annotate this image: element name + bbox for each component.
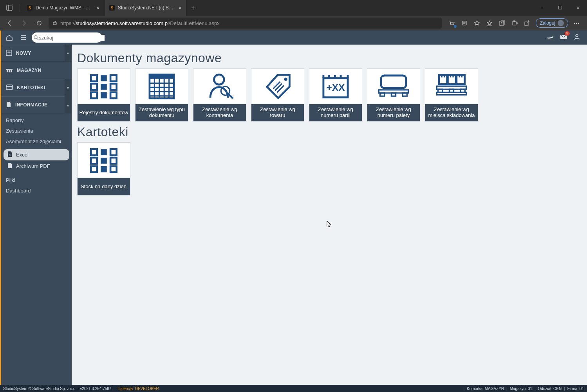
svg-rect-65 xyxy=(403,93,407,96)
svg-rect-10 xyxy=(514,20,515,22)
svg-rect-11 xyxy=(516,23,517,24)
search-box[interactable] xyxy=(32,32,102,43)
address-bar[interactable]: https://studiosystemdemo.softwarestudio.… xyxy=(49,18,442,29)
new-tab-button[interactable]: ＋ xyxy=(187,0,199,16)
mouse-cursor-icon xyxy=(327,221,332,228)
svg-rect-67 xyxy=(448,75,456,84)
tile-stock-na-dany-dzien[interactable]: Stock na dany dzień xyxy=(77,142,130,196)
status-komorka: Komórka: MAGAZYN xyxy=(467,387,504,391)
tile-kontrahent[interactable]: Zestawienie wg kontrahenta xyxy=(193,68,246,122)
tile-towar[interactable]: Zestawienie wg towaru xyxy=(251,68,304,122)
svg-text:+XX: +XX xyxy=(326,82,345,93)
sidebar-label: KARTOTEKI xyxy=(17,85,45,90)
shopping-icon[interactable] xyxy=(448,19,456,27)
home-button[interactable] xyxy=(4,32,15,43)
sidebar-section-kartoteki[interactable]: KARTOTEKI ▾ xyxy=(1,79,72,96)
sidebar-item-pliki[interactable]: Pliki xyxy=(1,175,72,185)
sidebar-item-dashboard[interactable]: Dashboard xyxy=(1,185,72,196)
search-input[interactable] xyxy=(39,35,105,41)
sidebar-file-pdf[interactable]: Archiwum PDF xyxy=(4,160,69,172)
sidebar-item-zestawienia[interactable]: Zestawienia xyxy=(1,126,72,136)
svg-rect-31 xyxy=(91,84,97,90)
plane-icon[interactable] xyxy=(546,33,554,42)
svg-line-51 xyxy=(273,82,280,89)
svg-rect-34 xyxy=(91,92,97,98)
batch-number-icon: +XX xyxy=(309,69,362,104)
user-icon[interactable] xyxy=(573,33,581,42)
svg-rect-30 xyxy=(110,75,117,81)
sidebar-label: INFORMACJE xyxy=(15,102,47,108)
svg-rect-23 xyxy=(11,70,12,72)
browser-tab-1[interactable]: S StudioSystem.NET (c) SoftwareSt × xyxy=(105,0,187,16)
grid-icon xyxy=(78,143,130,178)
tile-label: Zestawienie wg typu dokumentu xyxy=(135,104,188,121)
back-button[interactable] xyxy=(4,18,15,29)
tab-close-icon[interactable]: × xyxy=(179,5,182,11)
browser-tab-strip: S Demo Magazyn WMS - Demo o × S StudioSy… xyxy=(0,0,587,16)
svg-rect-32 xyxy=(101,84,107,90)
browser-tab-0[interactable]: S Demo Magazyn WMS - Demo o × xyxy=(22,0,105,16)
favorite-star-icon[interactable] xyxy=(473,19,481,27)
svg-line-52 xyxy=(275,83,282,90)
tile-label: Rejestry dokumentów xyxy=(78,104,130,121)
status-license: Licencja: DEVELOPER xyxy=(118,387,159,391)
file-label: Excel xyxy=(16,152,29,158)
tile-typ-dokumentu[interactable]: Zestawienie wg typu dokumentu xyxy=(135,68,188,122)
warehouse-icon xyxy=(6,67,13,74)
reload-button[interactable] xyxy=(34,18,45,29)
share-icon[interactable] xyxy=(523,19,531,27)
section-title-dokumenty: Dokumenty magazynowe xyxy=(77,51,582,65)
more-menu-button[interactable]: ⋯ xyxy=(573,19,581,27)
sidebar-section-nowy[interactable]: NOWY ▾ xyxy=(1,45,72,62)
person-search-icon xyxy=(193,69,246,104)
svg-rect-63 xyxy=(380,93,385,96)
read-aloud-icon[interactable] xyxy=(461,19,468,27)
svg-rect-36 xyxy=(110,92,117,98)
main-content: Dokumenty magazynowe Rejestry dokumentów xyxy=(72,31,587,392)
tile-numer-palety[interactable]: Zestawienie wg numeru palety xyxy=(367,68,420,122)
extensions-icon[interactable] xyxy=(511,19,518,27)
svg-line-53 xyxy=(277,85,284,92)
sidebar-item-raporty[interactable]: Raporty xyxy=(1,115,72,126)
forward-button[interactable] xyxy=(19,18,30,29)
tile-rejestry-dokumentow[interactable]: Rejestry dokumentów xyxy=(77,68,130,122)
tab-close-icon[interactable]: × xyxy=(96,5,99,11)
window-maximize-button[interactable]: ☐ xyxy=(551,0,569,16)
svg-rect-83 xyxy=(91,158,97,164)
url-text: https://studiosystemdemo.softwarestudio.… xyxy=(60,20,220,26)
tile-label: Zestawienie wg miejsca składowania xyxy=(425,104,478,121)
tiles-kartoteki: Stock na dany dzień xyxy=(77,142,582,196)
chevron-down-icon: ▾ xyxy=(65,79,72,96)
svg-rect-35 xyxy=(101,92,107,98)
sidebar-section-magazyn[interactable]: MAGAZYN xyxy=(1,62,72,79)
svg-rect-15 xyxy=(547,39,553,39)
svg-rect-28 xyxy=(91,75,97,81)
svg-rect-87 xyxy=(101,166,107,172)
tiles-dokumenty: Rejestry dokumentów Zestawienie wg typu … xyxy=(77,68,582,122)
toggle-menu-button[interactable] xyxy=(18,32,29,43)
svg-rect-2 xyxy=(53,22,56,25)
mail-badge: 5 xyxy=(565,31,570,36)
svg-rect-38 xyxy=(150,74,174,79)
sidebar-section-informacje[interactable]: INFORMACJE ▴ xyxy=(1,96,72,113)
sidebar-file-excel[interactable]: x Excel xyxy=(4,149,69,160)
collections-icon[interactable] xyxy=(498,19,506,27)
svg-rect-80 xyxy=(91,149,97,155)
tile-label: Zestawienie wg numeru partii xyxy=(309,104,362,121)
svg-rect-21 xyxy=(7,70,8,72)
tile-numer-partii[interactable]: +XX Zestawienie wg numeru partii xyxy=(309,68,362,122)
window-minimize-button[interactable]: ─ xyxy=(533,0,551,16)
edge-sidebar-button[interactable] xyxy=(2,0,16,16)
svg-text:x: x xyxy=(9,153,11,156)
browser-toolbar: https://studiosystemdemo.softwarestudio.… xyxy=(0,16,587,31)
mail-icon[interactable]: 5 xyxy=(560,33,567,42)
login-button[interactable]: Zaloguj xyxy=(536,18,568,28)
card-icon xyxy=(6,85,13,91)
sidebar-item-asortyment[interactable]: Asortyment ze zdjęciami xyxy=(1,136,72,147)
svg-rect-86 xyxy=(91,166,97,172)
svg-point-13 xyxy=(34,36,37,39)
favorites-bar-icon[interactable] xyxy=(486,19,493,27)
window-close-button[interactable]: ✕ xyxy=(569,0,587,16)
tile-miejsce-skladowania[interactable]: Zestawienie wg miejsca składowania xyxy=(425,68,478,122)
svg-rect-12 xyxy=(525,22,528,25)
